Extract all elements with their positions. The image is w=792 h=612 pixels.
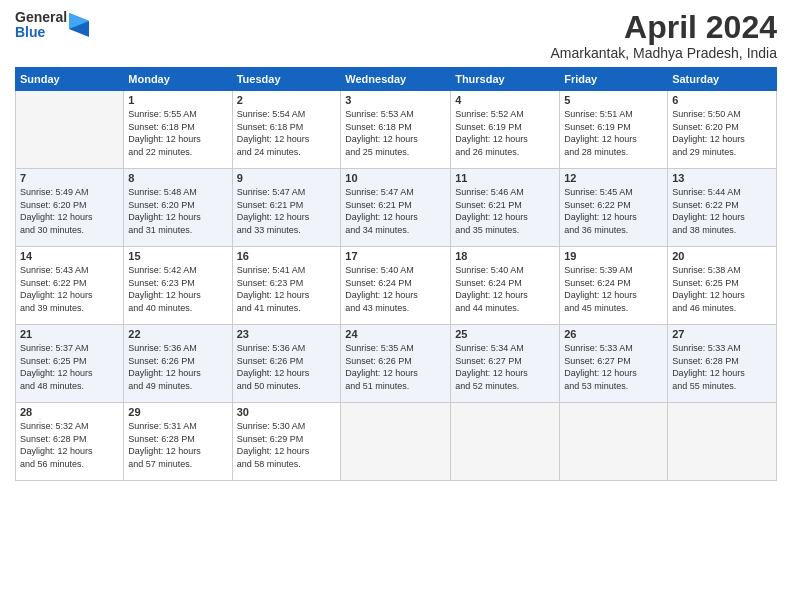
calendar-cell: 13Sunrise: 5:44 AMSunset: 6:22 PMDayligh… <box>668 169 777 247</box>
location-subtitle: Amarkantak, Madhya Pradesh, India <box>551 45 777 61</box>
col-thursday: Thursday <box>451 68 560 91</box>
calendar-cell: 26Sunrise: 5:33 AMSunset: 6:27 PMDayligh… <box>560 325 668 403</box>
calendar-cell: 10Sunrise: 5:47 AMSunset: 6:21 PMDayligh… <box>341 169 451 247</box>
day-number: 27 <box>672 328 772 340</box>
day-info: Sunrise: 5:49 AMSunset: 6:20 PMDaylight:… <box>20 186 119 236</box>
calendar-cell: 8Sunrise: 5:48 AMSunset: 6:20 PMDaylight… <box>124 169 232 247</box>
day-number: 19 <box>564 250 663 262</box>
day-number: 23 <box>237 328 337 340</box>
day-info: Sunrise: 5:36 AMSunset: 6:26 PMDaylight:… <box>128 342 227 392</box>
logo-icon <box>69 13 89 37</box>
day-number: 8 <box>128 172 227 184</box>
day-number: 24 <box>345 328 446 340</box>
day-info: Sunrise: 5:51 AMSunset: 6:19 PMDaylight:… <box>564 108 663 158</box>
calendar-cell <box>560 403 668 481</box>
calendar-cell: 4Sunrise: 5:52 AMSunset: 6:19 PMDaylight… <box>451 91 560 169</box>
calendar-cell: 30Sunrise: 5:30 AMSunset: 6:29 PMDayligh… <box>232 403 341 481</box>
calendar-cell: 23Sunrise: 5:36 AMSunset: 6:26 PMDayligh… <box>232 325 341 403</box>
col-monday: Monday <box>124 68 232 91</box>
calendar-cell: 18Sunrise: 5:40 AMSunset: 6:24 PMDayligh… <box>451 247 560 325</box>
calendar-cell <box>16 91 124 169</box>
month-title: April 2024 <box>551 10 777 45</box>
day-info: Sunrise: 5:31 AMSunset: 6:28 PMDaylight:… <box>128 420 227 470</box>
day-info: Sunrise: 5:40 AMSunset: 6:24 PMDaylight:… <box>345 264 446 314</box>
week-row-4: 28Sunrise: 5:32 AMSunset: 6:28 PMDayligh… <box>16 403 777 481</box>
calendar-cell: 22Sunrise: 5:36 AMSunset: 6:26 PMDayligh… <box>124 325 232 403</box>
day-number: 9 <box>237 172 337 184</box>
day-info: Sunrise: 5:42 AMSunset: 6:23 PMDaylight:… <box>128 264 227 314</box>
day-info: Sunrise: 5:46 AMSunset: 6:21 PMDaylight:… <box>455 186 555 236</box>
day-number: 14 <box>20 250 119 262</box>
day-info: Sunrise: 5:38 AMSunset: 6:25 PMDaylight:… <box>672 264 772 314</box>
calendar-cell: 16Sunrise: 5:41 AMSunset: 6:23 PMDayligh… <box>232 247 341 325</box>
day-number: 30 <box>237 406 337 418</box>
day-number: 26 <box>564 328 663 340</box>
day-info: Sunrise: 5:33 AMSunset: 6:27 PMDaylight:… <box>564 342 663 392</box>
calendar-cell <box>341 403 451 481</box>
calendar-cell: 21Sunrise: 5:37 AMSunset: 6:25 PMDayligh… <box>16 325 124 403</box>
calendar-cell: 25Sunrise: 5:34 AMSunset: 6:27 PMDayligh… <box>451 325 560 403</box>
day-number: 21 <box>20 328 119 340</box>
day-number: 29 <box>128 406 227 418</box>
day-number: 13 <box>672 172 772 184</box>
day-info: Sunrise: 5:44 AMSunset: 6:22 PMDaylight:… <box>672 186 772 236</box>
day-number: 15 <box>128 250 227 262</box>
col-tuesday: Tuesday <box>232 68 341 91</box>
day-number: 22 <box>128 328 227 340</box>
day-info: Sunrise: 5:30 AMSunset: 6:29 PMDaylight:… <box>237 420 337 470</box>
calendar-cell: 11Sunrise: 5:46 AMSunset: 6:21 PMDayligh… <box>451 169 560 247</box>
day-number: 4 <box>455 94 555 106</box>
week-row-3: 21Sunrise: 5:37 AMSunset: 6:25 PMDayligh… <box>16 325 777 403</box>
day-number: 10 <box>345 172 446 184</box>
col-sunday: Sunday <box>16 68 124 91</box>
day-info: Sunrise: 5:40 AMSunset: 6:24 PMDaylight:… <box>455 264 555 314</box>
calendar-cell: 29Sunrise: 5:31 AMSunset: 6:28 PMDayligh… <box>124 403 232 481</box>
calendar-cell: 2Sunrise: 5:54 AMSunset: 6:18 PMDaylight… <box>232 91 341 169</box>
day-info: Sunrise: 5:41 AMSunset: 6:23 PMDaylight:… <box>237 264 337 314</box>
day-number: 18 <box>455 250 555 262</box>
calendar-cell: 6Sunrise: 5:50 AMSunset: 6:20 PMDaylight… <box>668 91 777 169</box>
day-info: Sunrise: 5:37 AMSunset: 6:25 PMDaylight:… <box>20 342 119 392</box>
calendar-table: Sunday Monday Tuesday Wednesday Thursday… <box>15 67 777 481</box>
day-number: 20 <box>672 250 772 262</box>
day-number: 6 <box>672 94 772 106</box>
day-info: Sunrise: 5:36 AMSunset: 6:26 PMDaylight:… <box>237 342 337 392</box>
week-row-1: 7Sunrise: 5:49 AMSunset: 6:20 PMDaylight… <box>16 169 777 247</box>
header: General Blue April 2024 Amarkantak, Madh… <box>15 10 777 61</box>
day-number: 3 <box>345 94 446 106</box>
title-block: April 2024 Amarkantak, Madhya Pradesh, I… <box>551 10 777 61</box>
day-info: Sunrise: 5:32 AMSunset: 6:28 PMDaylight:… <box>20 420 119 470</box>
day-info: Sunrise: 5:47 AMSunset: 6:21 PMDaylight:… <box>345 186 446 236</box>
calendar-cell: 9Sunrise: 5:47 AMSunset: 6:21 PMDaylight… <box>232 169 341 247</box>
calendar-cell <box>451 403 560 481</box>
calendar-cell: 20Sunrise: 5:38 AMSunset: 6:25 PMDayligh… <box>668 247 777 325</box>
calendar-cell: 1Sunrise: 5:55 AMSunset: 6:18 PMDaylight… <box>124 91 232 169</box>
day-info: Sunrise: 5:50 AMSunset: 6:20 PMDaylight:… <box>672 108 772 158</box>
logo-general: General <box>15 10 67 25</box>
col-saturday: Saturday <box>668 68 777 91</box>
calendar-cell: 27Sunrise: 5:33 AMSunset: 6:28 PMDayligh… <box>668 325 777 403</box>
page: General Blue April 2024 Amarkantak, Madh… <box>0 0 792 612</box>
day-number: 16 <box>237 250 337 262</box>
day-info: Sunrise: 5:34 AMSunset: 6:27 PMDaylight:… <box>455 342 555 392</box>
calendar-cell <box>668 403 777 481</box>
day-info: Sunrise: 5:35 AMSunset: 6:26 PMDaylight:… <box>345 342 446 392</box>
col-friday: Friday <box>560 68 668 91</box>
calendar-cell: 17Sunrise: 5:40 AMSunset: 6:24 PMDayligh… <box>341 247 451 325</box>
day-number: 2 <box>237 94 337 106</box>
calendar-cell: 12Sunrise: 5:45 AMSunset: 6:22 PMDayligh… <box>560 169 668 247</box>
day-number: 28 <box>20 406 119 418</box>
day-info: Sunrise: 5:54 AMSunset: 6:18 PMDaylight:… <box>237 108 337 158</box>
day-info: Sunrise: 5:47 AMSunset: 6:21 PMDaylight:… <box>237 186 337 236</box>
day-info: Sunrise: 5:43 AMSunset: 6:22 PMDaylight:… <box>20 264 119 314</box>
calendar-cell: 5Sunrise: 5:51 AMSunset: 6:19 PMDaylight… <box>560 91 668 169</box>
day-number: 7 <box>20 172 119 184</box>
logo-blue: Blue <box>15 25 67 40</box>
day-number: 11 <box>455 172 555 184</box>
calendar-cell: 15Sunrise: 5:42 AMSunset: 6:23 PMDayligh… <box>124 247 232 325</box>
calendar-cell: 3Sunrise: 5:53 AMSunset: 6:18 PMDaylight… <box>341 91 451 169</box>
calendar-cell: 7Sunrise: 5:49 AMSunset: 6:20 PMDaylight… <box>16 169 124 247</box>
logo: General Blue <box>15 10 89 41</box>
day-info: Sunrise: 5:39 AMSunset: 6:24 PMDaylight:… <box>564 264 663 314</box>
day-number: 5 <box>564 94 663 106</box>
